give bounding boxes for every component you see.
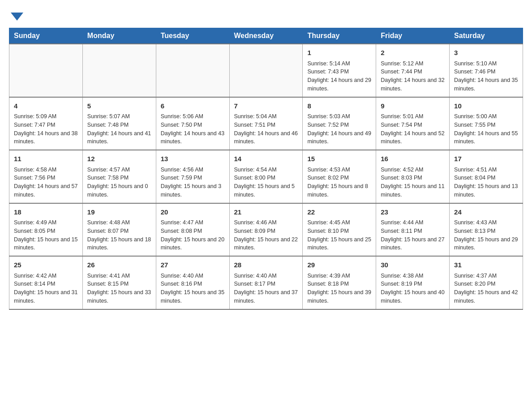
calendar-cell bbox=[82, 44, 156, 97]
day-info: Sunrise: 5:00 AM Sunset: 7:55 PM Dayligh… bbox=[454, 112, 518, 146]
calendar-cell: 26Sunrise: 4:41 AM Sunset: 8:15 PM Dayli… bbox=[82, 256, 156, 309]
day-number: 17 bbox=[454, 154, 518, 164]
day-number: 19 bbox=[87, 207, 151, 218]
day-number: 13 bbox=[161, 154, 225, 164]
day-number: 1 bbox=[307, 48, 371, 58]
calendar-cell: 24Sunrise: 4:43 AM Sunset: 8:13 PM Dayli… bbox=[450, 203, 523, 257]
calendar-cell: 16Sunrise: 4:52 AM Sunset: 8:03 PM Dayli… bbox=[376, 150, 450, 203]
day-info: Sunrise: 5:06 AM Sunset: 7:50 PM Dayligh… bbox=[161, 112, 225, 146]
day-info: Sunrise: 4:39 AM Sunset: 8:18 PM Dayligh… bbox=[307, 272, 371, 305]
day-number: 18 bbox=[14, 207, 78, 218]
day-info: Sunrise: 4:51 AM Sunset: 8:04 PM Dayligh… bbox=[454, 166, 518, 199]
day-number: 9 bbox=[381, 101, 445, 111]
day-of-week-header: Wednesday bbox=[229, 28, 303, 44]
day-info: Sunrise: 4:37 AM Sunset: 8:20 PM Dayligh… bbox=[454, 272, 518, 305]
day-info: Sunrise: 5:04 AM Sunset: 7:51 PM Dayligh… bbox=[234, 112, 298, 146]
day-number: 30 bbox=[381, 260, 445, 270]
day-number: 14 bbox=[234, 154, 298, 164]
day-number: 31 bbox=[454, 260, 518, 270]
day-of-week-header: Friday bbox=[376, 28, 450, 44]
calendar-cell: 25Sunrise: 4:42 AM Sunset: 8:14 PM Dayli… bbox=[9, 256, 83, 309]
day-number: 26 bbox=[87, 260, 151, 270]
day-of-week-header: Monday bbox=[82, 28, 156, 44]
calendar-cell: 6Sunrise: 5:06 AM Sunset: 7:50 PM Daylig… bbox=[156, 97, 229, 150]
day-number: 20 bbox=[161, 207, 225, 218]
calendar-cell: 17Sunrise: 4:51 AM Sunset: 8:04 PM Dayli… bbox=[450, 150, 523, 203]
day-info: Sunrise: 5:10 AM Sunset: 7:46 PM Dayligh… bbox=[454, 60, 518, 93]
day-info: Sunrise: 4:46 AM Sunset: 8:09 PM Dayligh… bbox=[234, 218, 298, 252]
calendar-cell: 7Sunrise: 5:04 AM Sunset: 7:51 PM Daylig… bbox=[229, 97, 303, 150]
day-number: 28 bbox=[234, 260, 298, 270]
day-number: 15 bbox=[307, 154, 371, 164]
calendar-cell: 31Sunrise: 4:37 AM Sunset: 8:20 PM Dayli… bbox=[450, 256, 523, 309]
day-number: 22 bbox=[307, 207, 371, 218]
day-info: Sunrise: 5:12 AM Sunset: 7:44 PM Dayligh… bbox=[381, 60, 445, 93]
day-info: Sunrise: 4:54 AM Sunset: 8:00 PM Dayligh… bbox=[234, 166, 298, 199]
calendar-cell: 4Sunrise: 5:09 AM Sunset: 7:47 PM Daylig… bbox=[9, 97, 83, 150]
day-info: Sunrise: 5:09 AM Sunset: 7:47 PM Dayligh… bbox=[14, 112, 78, 146]
calendar-cell: 15Sunrise: 4:53 AM Sunset: 8:02 PM Dayli… bbox=[303, 150, 376, 203]
day-info: Sunrise: 4:52 AM Sunset: 8:03 PM Dayligh… bbox=[381, 166, 445, 199]
calendar-cell bbox=[229, 44, 303, 97]
day-number: 10 bbox=[454, 101, 518, 111]
day-number: 5 bbox=[87, 101, 151, 111]
day-info: Sunrise: 4:47 AM Sunset: 8:08 PM Dayligh… bbox=[161, 218, 225, 252]
day-number: 2 bbox=[381, 48, 445, 58]
calendar-cell bbox=[156, 44, 229, 97]
day-info: Sunrise: 4:56 AM Sunset: 7:59 PM Dayligh… bbox=[161, 166, 225, 199]
calendar-week-row: 11Sunrise: 4:58 AM Sunset: 7:56 PM Dayli… bbox=[9, 150, 523, 203]
calendar-cell: 9Sunrise: 5:01 AM Sunset: 7:54 PM Daylig… bbox=[376, 97, 450, 150]
day-info: Sunrise: 4:57 AM Sunset: 7:58 PM Dayligh… bbox=[87, 166, 151, 199]
day-of-week-header: Thursday bbox=[303, 28, 376, 44]
day-info: Sunrise: 5:01 AM Sunset: 7:54 PM Dayligh… bbox=[381, 112, 445, 146]
day-number: 21 bbox=[234, 207, 298, 218]
day-info: Sunrise: 5:07 AM Sunset: 7:48 PM Dayligh… bbox=[87, 112, 151, 146]
day-number: 3 bbox=[454, 48, 518, 58]
day-info: Sunrise: 4:58 AM Sunset: 7:56 PM Dayligh… bbox=[14, 166, 78, 199]
day-info: Sunrise: 4:49 AM Sunset: 8:05 PM Dayligh… bbox=[14, 218, 78, 252]
calendar-cell: 1Sunrise: 5:14 AM Sunset: 7:43 PM Daylig… bbox=[303, 44, 376, 97]
day-info: Sunrise: 4:40 AM Sunset: 8:16 PM Dayligh… bbox=[161, 272, 225, 305]
calendar-cell: 13Sunrise: 4:56 AM Sunset: 7:59 PM Dayli… bbox=[156, 150, 229, 203]
calendar-cell: 10Sunrise: 5:00 AM Sunset: 7:55 PM Dayli… bbox=[450, 97, 523, 150]
day-number: 8 bbox=[307, 101, 371, 111]
day-info: Sunrise: 4:53 AM Sunset: 8:02 PM Dayligh… bbox=[307, 166, 371, 199]
page-header bbox=[9, 9, 523, 19]
calendar-cell: 2Sunrise: 5:12 AM Sunset: 7:44 PM Daylig… bbox=[376, 44, 450, 97]
day-number: 6 bbox=[161, 101, 225, 111]
calendar-week-row: 1Sunrise: 5:14 AM Sunset: 7:43 PM Daylig… bbox=[9, 44, 523, 97]
day-info: Sunrise: 4:45 AM Sunset: 8:10 PM Dayligh… bbox=[307, 218, 371, 252]
day-number: 7 bbox=[234, 101, 298, 111]
calendar-cell: 3Sunrise: 5:10 AM Sunset: 7:46 PM Daylig… bbox=[450, 44, 523, 97]
calendar-cell: 19Sunrise: 4:48 AM Sunset: 8:07 PM Dayli… bbox=[82, 203, 156, 257]
day-info: Sunrise: 4:42 AM Sunset: 8:14 PM Dayligh… bbox=[14, 272, 78, 305]
calendar-header-row: SundayMondayTuesdayWednesdayThursdayFrid… bbox=[9, 28, 523, 44]
calendar-table: SundayMondayTuesdayWednesdayThursdayFrid… bbox=[9, 28, 523, 310]
logo-arrow-icon bbox=[11, 13, 23, 21]
calendar-cell: 21Sunrise: 4:46 AM Sunset: 8:09 PM Dayli… bbox=[229, 203, 303, 257]
calendar-cell: 20Sunrise: 4:47 AM Sunset: 8:08 PM Dayli… bbox=[156, 203, 229, 257]
calendar-cell: 28Sunrise: 4:40 AM Sunset: 8:17 PM Dayli… bbox=[229, 256, 303, 309]
calendar-cell bbox=[9, 44, 83, 97]
day-number: 27 bbox=[161, 260, 225, 270]
day-info: Sunrise: 4:38 AM Sunset: 8:19 PM Dayligh… bbox=[381, 272, 445, 305]
calendar-week-row: 4Sunrise: 5:09 AM Sunset: 7:47 PM Daylig… bbox=[9, 97, 523, 150]
logo bbox=[9, 9, 23, 19]
day-info: Sunrise: 5:03 AM Sunset: 7:52 PM Dayligh… bbox=[307, 112, 371, 146]
day-of-week-header: Tuesday bbox=[156, 28, 229, 44]
calendar-cell: 11Sunrise: 4:58 AM Sunset: 7:56 PM Dayli… bbox=[9, 150, 83, 203]
day-number: 4 bbox=[14, 101, 78, 111]
day-info: Sunrise: 4:41 AM Sunset: 8:15 PM Dayligh… bbox=[87, 272, 151, 305]
day-number: 29 bbox=[307, 260, 371, 270]
day-number: 11 bbox=[14, 154, 78, 164]
day-of-week-header: Sunday bbox=[9, 28, 83, 44]
day-of-week-header: Saturday bbox=[450, 28, 523, 44]
calendar-cell: 18Sunrise: 4:49 AM Sunset: 8:05 PM Dayli… bbox=[9, 203, 83, 257]
calendar-cell: 22Sunrise: 4:45 AM Sunset: 8:10 PM Dayli… bbox=[303, 203, 376, 257]
calendar-cell: 5Sunrise: 5:07 AM Sunset: 7:48 PM Daylig… bbox=[82, 97, 156, 150]
day-info: Sunrise: 4:44 AM Sunset: 8:11 PM Dayligh… bbox=[381, 218, 445, 252]
day-number: 25 bbox=[14, 260, 78, 270]
day-number: 16 bbox=[381, 154, 445, 164]
day-info: Sunrise: 4:48 AM Sunset: 8:07 PM Dayligh… bbox=[87, 218, 151, 252]
calendar-cell: 8Sunrise: 5:03 AM Sunset: 7:52 PM Daylig… bbox=[303, 97, 376, 150]
